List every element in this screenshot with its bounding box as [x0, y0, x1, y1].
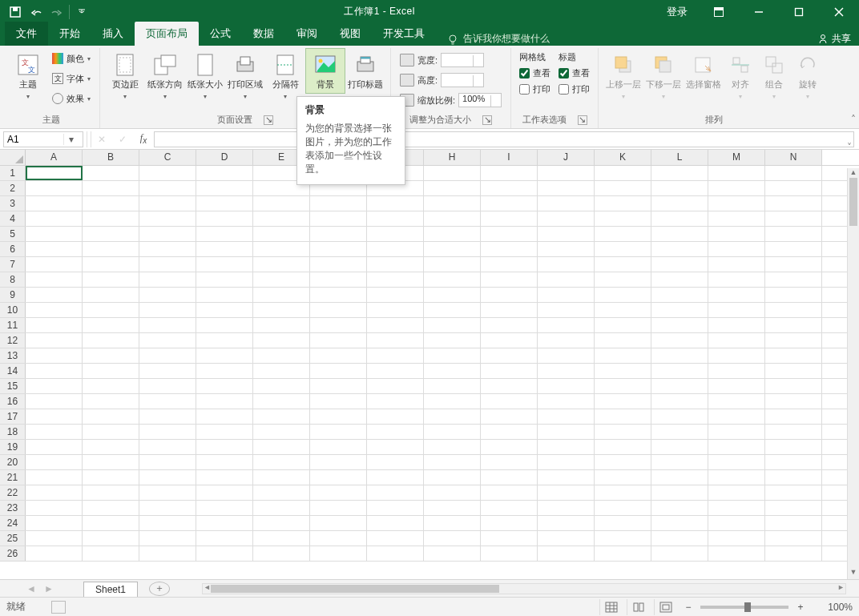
column-header-I[interactable]: I: [481, 150, 538, 165]
row-header-16[interactable]: 16: [0, 394, 26, 409]
cell-J21[interactable]: [538, 470, 595, 485]
cell-I18[interactable]: [481, 425, 538, 439]
cell-K11[interactable]: [595, 318, 651, 332]
cell-C26[interactable]: [139, 546, 196, 561]
undo-button[interactable]: [26, 2, 46, 22]
cell-L7[interactable]: [651, 257, 708, 272]
cell-E26[interactable]: [253, 546, 310, 561]
row-header-20[interactable]: 20: [0, 455, 26, 469]
cell-N21[interactable]: [765, 470, 822, 485]
cell-M6[interactable]: [708, 242, 765, 256]
cell-B17[interactable]: [83, 409, 139, 424]
column-header-K[interactable]: K: [595, 150, 651, 165]
cell-H10[interactable]: [424, 303, 481, 317]
cell-M16[interactable]: [708, 394, 765, 409]
cell-A18[interactable]: [26, 425, 83, 439]
cell-M8[interactable]: [708, 272, 765, 287]
cell-L21[interactable]: [651, 470, 708, 485]
cell-D26[interactable]: [196, 546, 253, 561]
theme-fonts-button[interactable]: 文字体▾: [50, 70, 93, 87]
margins-button[interactable]: 页边距▾: [105, 48, 145, 106]
tab-formulas[interactable]: 公式: [199, 22, 242, 46]
cell-I9[interactable]: [481, 288, 538, 302]
group-objects-button[interactable]: 组合▾: [757, 48, 791, 106]
cell-C17[interactable]: [139, 409, 196, 424]
cell-M3[interactable]: [708, 196, 765, 211]
scale-input[interactable]: 100%: [458, 93, 502, 107]
cell-K9[interactable]: [595, 288, 651, 302]
gridlines-view-checkbox[interactable]: 查看: [519, 65, 550, 81]
cell-H26[interactable]: [424, 546, 481, 561]
cell-N15[interactable]: [765, 379, 822, 393]
cell-M15[interactable]: [708, 379, 765, 393]
cell-A5[interactable]: [26, 227, 83, 241]
cell-N16[interactable]: [765, 394, 822, 409]
cell-M19[interactable]: [708, 440, 765, 454]
page-layout-view-button[interactable]: [627, 599, 649, 615]
cell-G20[interactable]: [367, 455, 424, 469]
cell-E14[interactable]: [253, 364, 310, 378]
cell-L26[interactable]: [651, 546, 708, 561]
cell-N14[interactable]: [765, 364, 822, 378]
cell-L20[interactable]: [651, 455, 708, 469]
cell-D7[interactable]: [196, 257, 253, 272]
cell-K20[interactable]: [595, 455, 651, 469]
sheet-nav[interactable]: ◄ ►: [0, 583, 80, 594]
ribbon-display-options[interactable]: [700, 0, 737, 23]
cell-M21[interactable]: [708, 470, 765, 485]
cell-M2[interactable]: [708, 181, 765, 195]
cell-B2[interactable]: [83, 181, 139, 195]
row-header-19[interactable]: 19: [0, 440, 26, 454]
height-input[interactable]: [441, 73, 484, 87]
cell-M18[interactable]: [708, 425, 765, 439]
close-button[interactable]: [821, 0, 857, 23]
cell-D15[interactable]: [196, 379, 253, 393]
cell-H25[interactable]: [424, 531, 481, 546]
cell-M20[interactable]: [708, 455, 765, 469]
row-header-24[interactable]: 24: [0, 516, 26, 530]
cell-H13[interactable]: [424, 348, 481, 363]
cell-F13[interactable]: [310, 348, 367, 363]
cell-K22[interactable]: [595, 485, 651, 500]
horizontal-scroll-thumb[interactable]: [211, 585, 499, 593]
size-button[interactable]: 纸张大小▾: [185, 48, 225, 106]
cell-J14[interactable]: [538, 364, 595, 378]
scroll-down-arrow[interactable]: ▼: [848, 568, 859, 579]
cell-D6[interactable]: [196, 242, 253, 256]
cell-J20[interactable]: [538, 455, 595, 469]
selection-pane-button[interactable]: 选择窗格: [684, 48, 724, 94]
cell-H2[interactable]: [424, 181, 481, 195]
maximize-button[interactable]: [780, 0, 817, 23]
cell-N20[interactable]: [765, 455, 822, 469]
cell-K19[interactable]: [595, 440, 651, 454]
cell-I15[interactable]: [481, 379, 538, 393]
cell-C2[interactable]: [139, 181, 196, 195]
cell-A1[interactable]: [26, 166, 83, 180]
cell-M17[interactable]: [708, 409, 765, 424]
cell-J13[interactable]: [538, 348, 595, 363]
row-header-22[interactable]: 22: [0, 485, 26, 500]
cell-L18[interactable]: [651, 425, 708, 439]
cell-D21[interactable]: [196, 470, 253, 485]
cell-F25[interactable]: [310, 531, 367, 546]
cell-E21[interactable]: [253, 470, 310, 485]
name-box-input[interactable]: [4, 134, 63, 145]
cell-K12[interactable]: [595, 333, 651, 348]
cell-N2[interactable]: [765, 181, 822, 195]
cell-D20[interactable]: [196, 455, 253, 469]
cell-G5[interactable]: [367, 227, 424, 241]
cell-C3[interactable]: [139, 196, 196, 211]
cell-J1[interactable]: [538, 166, 595, 180]
cell-L16[interactable]: [651, 394, 708, 409]
send-backward-button[interactable]: 下移一层▾: [643, 48, 684, 106]
cell-E9[interactable]: [253, 288, 310, 302]
collapse-ribbon-button[interactable]: ˄: [851, 114, 856, 125]
cell-M25[interactable]: [708, 531, 765, 546]
cell-B1[interactable]: [83, 166, 139, 180]
cell-A24[interactable]: [26, 516, 83, 530]
cell-L24[interactable]: [651, 516, 708, 530]
redo-button[interactable]: [46, 2, 67, 22]
cell-G8[interactable]: [367, 272, 424, 287]
cell-H7[interactable]: [424, 257, 481, 272]
cell-J3[interactable]: [538, 196, 595, 211]
